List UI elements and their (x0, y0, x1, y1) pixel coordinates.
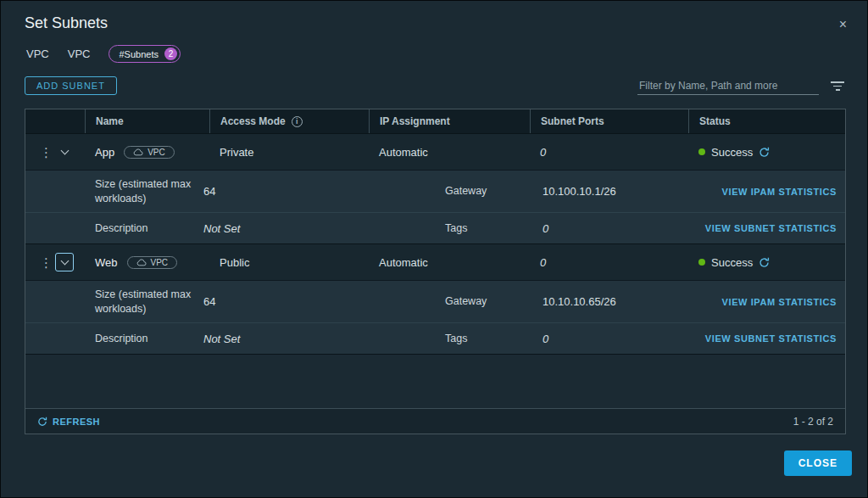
table-row: ⋮ App VPC Private Automatic 0 Success (25, 133, 845, 243)
detail-line-size: Size (estimated max workloads) 64 Gatewa… (25, 170, 845, 212)
description-label: Description (95, 216, 203, 241)
access-mode-info-icon[interactable]: i (292, 116, 303, 127)
description-label: Description (95, 327, 203, 351)
gateway-value: 10.100.10.1/26 (542, 185, 695, 198)
status-success-dot (698, 148, 705, 155)
dialog-header: Set Subnets × (1, 1, 867, 35)
size-label: Size (estimated max workloads) (95, 172, 203, 211)
status-refresh-icon[interactable] (759, 257, 770, 268)
refresh-button[interactable]: REFRESH (37, 417, 100, 427)
header-access-mode: Access Mode i (209, 109, 369, 133)
vpc-scope-label: VPC (147, 148, 165, 157)
ip-assignment-cell: Automatic (369, 244, 530, 280)
status-cell: Success (688, 244, 845, 280)
row-controls: ⋮ (25, 134, 85, 170)
description-value: Not Set (203, 333, 445, 345)
row-detail: Size (estimated max workloads) 64 Gatewa… (25, 170, 845, 243)
filter-group (637, 77, 846, 95)
collapse-chevron-icon[interactable] (55, 253, 74, 271)
status-text: Success (711, 256, 753, 269)
status-refresh-icon[interactable] (759, 147, 770, 158)
gateway-value: 10.10.10.65/26 (542, 295, 695, 308)
header-controls-column (25, 109, 85, 133)
header-ip-assignment: IP Assignment (369, 109, 530, 133)
page-title: Set Subnets (25, 14, 108, 32)
close-icon[interactable]: × (836, 14, 850, 35)
header-subnet-ports: Subnet Ports (530, 109, 688, 133)
subnets-table: Name Access Mode i IP Assignment Subnet … (25, 109, 846, 434)
size-value: 64 (203, 185, 445, 198)
status-cell: Success (688, 134, 845, 170)
size-label: Size (estimated max workloads) (95, 283, 203, 322)
row-menu-icon[interactable]: ⋮ (40, 256, 53, 269)
close-button[interactable]: CLOSE (784, 450, 852, 476)
view-ipam-statistics-link[interactable]: VIEW IPAM STATISTICS (695, 187, 837, 197)
filter-icon[interactable] (829, 80, 846, 92)
vpc-icon (136, 259, 147, 266)
vpc-scope-pill: VPC (127, 256, 178, 269)
subnet-name: Web (95, 256, 118, 269)
gateway-label: Gateway (445, 289, 542, 314)
vpc-icon (133, 148, 143, 156)
breadcrumb-vpc-1[interactable]: VPC (26, 48, 49, 60)
refresh-label: REFRESH (53, 417, 100, 427)
status-text: Success (711, 146, 753, 159)
ip-assignment-cell: Automatic (369, 134, 530, 170)
access-mode-cell: Public (209, 244, 369, 280)
detail-line-description: Description Not Set Tags 0 VIEW SUBNET S… (25, 322, 845, 354)
set-subnets-dialog: Set Subnets × VPC VPC #Subnets 2 ADD SUB… (0, 0, 868, 498)
row-menu-icon[interactable]: ⋮ (40, 146, 53, 159)
table-row: ⋮ Web VPC Public Automatic 0 Success (25, 243, 845, 354)
table-empty-area (25, 354, 845, 408)
add-subnet-button[interactable]: ADD SUBNET (25, 76, 117, 95)
gateway-label: Gateway (445, 179, 542, 204)
subnet-name: App (95, 146, 114, 159)
vpc-scope-pill: VPC (124, 146, 175, 159)
status-success-dot (698, 259, 705, 266)
tags-value: 0 (542, 222, 695, 235)
row-controls: ⋮ (25, 244, 85, 280)
subnets-badge-label: #Subnets (119, 49, 158, 59)
size-value: 64 (203, 295, 445, 308)
row-detail: Size (estimated max workloads) 64 Gatewa… (25, 280, 845, 354)
toolbar: ADD SUBNET (1, 63, 867, 95)
name-cell: Web VPC (85, 244, 209, 280)
filter-input[interactable] (637, 77, 819, 95)
view-ipam-statistics-link[interactable]: VIEW IPAM STATISTICS (695, 297, 837, 307)
refresh-icon (37, 417, 47, 427)
pagination-count: 1 - 2 of 2 (793, 416, 833, 428)
breadcrumb: VPC VPC #Subnets 2 (1, 35, 867, 63)
detail-line-description: Description Not Set Tags 0 VIEW SUBNET S… (25, 212, 845, 243)
vpc-scope-label: VPC (151, 258, 169, 267)
tags-value: 0 (542, 333, 695, 345)
view-subnet-statistics-link[interactable]: VIEW SUBNET STATISTICS (695, 333, 837, 344)
subnet-row-app: ⋮ App VPC Private Automatic 0 Success (25, 133, 845, 170)
description-value: Not Set (203, 222, 445, 235)
header-name: Name (85, 109, 209, 133)
detail-line-size: Size (estimated max workloads) 64 Gatewa… (25, 280, 845, 322)
tags-label: Tags (445, 327, 542, 351)
dialog-footer: CLOSE (784, 450, 852, 476)
subnets-count-badge[interactable]: #Subnets 2 (108, 45, 180, 63)
subnet-ports-cell: 0 (530, 244, 688, 280)
breadcrumb-vpc-2[interactable]: VPC (68, 48, 91, 60)
access-mode-cell: Private (209, 134, 369, 170)
view-subnet-statistics-link[interactable]: VIEW SUBNET STATISTICS (695, 223, 837, 233)
subnet-ports-cell: 0 (530, 134, 688, 170)
table-header-row: Name Access Mode i IP Assignment Subnet … (25, 109, 845, 133)
table-footer: REFRESH 1 - 2 of 2 (25, 408, 845, 434)
header-status: Status (688, 109, 845, 133)
subnet-row-web: ⋮ Web VPC Public Automatic 0 Success (25, 243, 845, 280)
collapse-chevron-icon[interactable] (55, 143, 74, 161)
name-cell: App VPC (85, 134, 209, 170)
subnets-badge-count: 2 (164, 48, 177, 60)
tags-label: Tags (445, 216, 542, 241)
